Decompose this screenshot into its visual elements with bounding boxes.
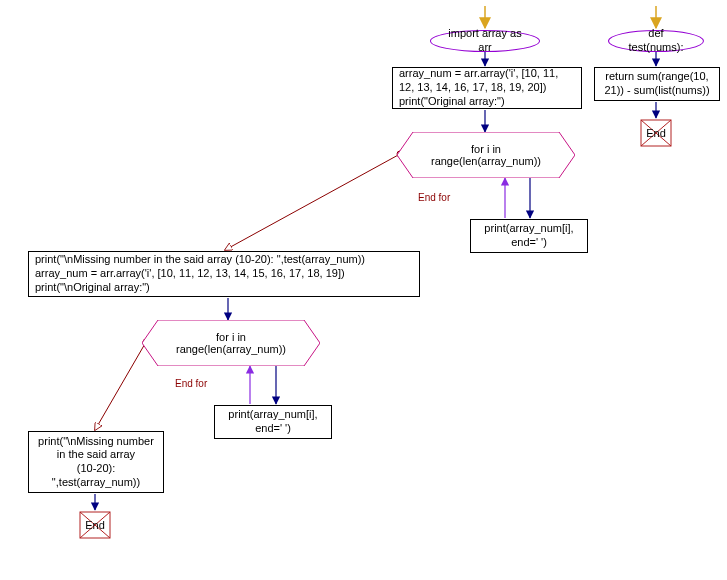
loop2-body: print(array_num[i], end=' ') bbox=[214, 405, 332, 439]
loop1-end-for-label: End for bbox=[418, 192, 450, 203]
end-func: End bbox=[640, 119, 672, 147]
entry-func: def test(nums): bbox=[608, 30, 704, 52]
loop2-body-text: print(array_num[i], end=' ') bbox=[228, 408, 317, 436]
block-array-init: array_num = arr.array('i', [10, 11, 12, … bbox=[392, 67, 582, 109]
loop2-label: for i in range(len(array_num)) bbox=[176, 331, 286, 355]
loop1-hex: for i in range(len(array_num)) bbox=[397, 132, 575, 178]
block-array-init-text: array_num = arr.array('i', [10, 11, 12, … bbox=[399, 67, 575, 108]
loop1-label: for i in range(len(array_num)) bbox=[431, 143, 541, 167]
loop2-end-for-label: End for bbox=[175, 378, 207, 389]
flowchart-canvas: import array as arr array_num = arr.arra… bbox=[0, 0, 727, 580]
end-func-label: End bbox=[646, 127, 666, 139]
entry-main: import array as arr bbox=[430, 30, 540, 52]
block-missing-2-text: print("\nMissing number in the said arra… bbox=[38, 435, 154, 490]
block-missing-2: print("\nMissing number in the said arra… bbox=[28, 431, 164, 493]
func-body: return sum(range(10, 21)) - sum(list(num… bbox=[594, 67, 720, 101]
block-missing-1-text: print("\nMissing number in the said arra… bbox=[35, 253, 365, 294]
entry-main-label: import array as arr bbox=[443, 27, 527, 55]
loop1-body-text: print(array_num[i], end=' ') bbox=[484, 222, 573, 250]
block-missing-1: print("\nMissing number in the said arra… bbox=[28, 251, 420, 297]
func-body-text: return sum(range(10, 21)) - sum(list(num… bbox=[604, 70, 709, 98]
end-main-label: End bbox=[85, 519, 105, 531]
end-main: End bbox=[79, 511, 111, 539]
entry-func-label: def test(nums): bbox=[621, 27, 691, 55]
loop2-hex: for i in range(len(array_num)) bbox=[142, 320, 320, 366]
loop1-body: print(array_num[i], end=' ') bbox=[470, 219, 588, 253]
